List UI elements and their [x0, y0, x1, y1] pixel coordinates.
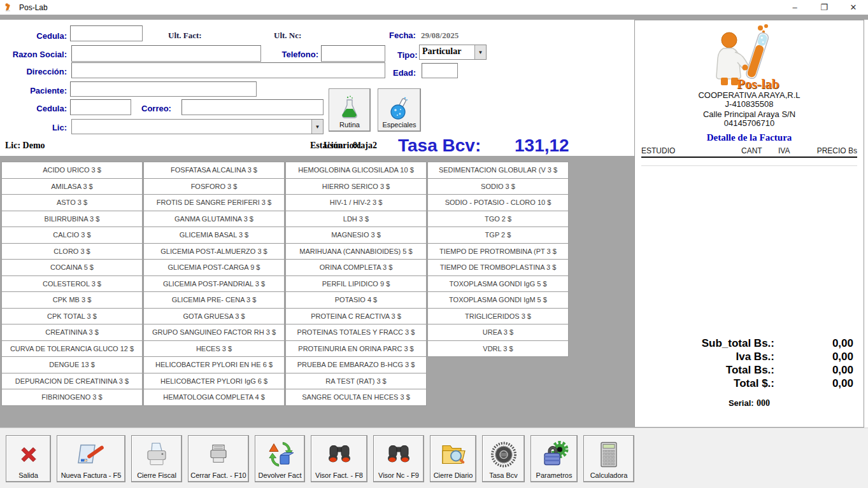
test-cell[interactable]: HELICOBACTER PYLORI IgG 6 $ [143, 373, 285, 390]
test-cell[interactable]: CLORO 3 $ [1, 243, 143, 260]
test-cell[interactable]: ACIDO URICO 3 $ [1, 162, 143, 179]
paciente-input[interactable] [70, 81, 257, 97]
cierre-diario-button[interactable]: Cierre Diario [430, 435, 476, 482]
test-cell[interactable]: CALCIO 3 $ [1, 227, 143, 244]
test-cell[interactable]: SEDIMENTACION GLOBULAR (V 3 $ [427, 162, 569, 179]
test-cell[interactable]: PROTEINAS TOTALES Y FRACC 3 $ [285, 324, 427, 341]
chevron-down-icon[interactable]: ▼ [474, 45, 486, 59]
total-usd-value: 0,00 [832, 377, 853, 390]
cierre-diario-label: Cierre Diario [434, 471, 473, 479]
test-cell[interactable]: GRUPO SANGUINEO FACTOR RH 3 $ [143, 324, 285, 341]
test-cell[interactable]: CREATININA 3 $ [1, 324, 143, 341]
test-cell[interactable]: FROTIS DE SANGRE PERIFERI 3 $ [143, 194, 285, 211]
test-cell[interactable]: PRUEBA DE EMBARAZO B-HCG 3 $ [285, 356, 427, 373]
cierre-fiscal-label: Cierre Fiscal [137, 471, 176, 479]
cierre-fiscal-button[interactable]: Cierre Fiscal [131, 435, 182, 482]
ult-fact-label: Ult. Fact: [168, 31, 202, 41]
test-cell[interactable]: HIV-1 / HIV-2 3 $ [285, 194, 427, 211]
test-cell[interactable]: PROTEINA C REACTIVA 3 $ [285, 308, 427, 325]
test-cell[interactable]: GLICEMIA POST-CARGA 9 $ [143, 259, 285, 276]
cedula-input[interactable] [70, 25, 143, 41]
direccion-input[interactable] [71, 62, 385, 78]
cedula-paciente-input[interactable] [70, 99, 131, 115]
calculadora-button[interactable]: Calculadora [583, 435, 634, 482]
rutina-button[interactable]: Rutina [329, 88, 371, 132]
test-cell[interactable]: DEPURACION DE CREATININA 3 $ [1, 373, 143, 390]
test-cell[interactable]: LDH 3 $ [285, 211, 427, 228]
test-cell[interactable]: FOSFORO 3 $ [143, 178, 285, 195]
test-cell[interactable]: FIBRINOGENO 3 $ [1, 389, 143, 406]
round-flask-icon [388, 95, 411, 121]
calculadora-label: Calculadora [590, 471, 628, 479]
test-cell[interactable]: POTASIO 4 $ [285, 291, 427, 309]
test-cell[interactable]: TGP 2 $ [427, 227, 569, 244]
test-cell[interactable]: GLICEMIA PRE- CENA 3 $ [143, 291, 285, 309]
test-cell[interactable]: HEMOGLOBINA GLICOSILADA 10 $ [285, 162, 427, 179]
estacion-label: Estación: [310, 141, 346, 151]
test-cell[interactable]: SANGRE OCULTA EN HECES 3 $ [285, 389, 427, 406]
test-cell[interactable]: GOTA GRUESA 3 $ [143, 308, 285, 325]
test-cell[interactable]: HEMATOLOGIA COMPLETA 4 $ [143, 389, 285, 406]
telefono-input[interactable] [321, 45, 385, 62]
test-cell[interactable]: TIEMPO DE TROMBOPLASTINA 3 $ [427, 259, 569, 276]
test-cell[interactable]: PERFIL LIPIDICO 9 $ [285, 275, 427, 293]
test-cell[interactable]: BILIRRUBINA 3 $ [1, 211, 143, 228]
parametros-button[interactable]: Parametros [530, 435, 578, 482]
visor-fact-button[interactable]: Visor Fact. - F8 [311, 435, 367, 482]
test-cell[interactable]: COLESTEROL 3 $ [1, 275, 143, 293]
test-cell[interactable]: DENGUE 13 $ [1, 356, 143, 373]
tasa-bcv-button[interactable]: Tasa Bcv [482, 435, 525, 482]
test-cell[interactable]: GLICEMIA BASAL 3 $ [143, 227, 285, 244]
razon-social-input[interactable] [71, 45, 261, 62]
subtotal-value: 0,00 [832, 337, 853, 350]
tipo-select[interactable]: Particular ▼ [419, 45, 487, 60]
test-cell[interactable]: FOSFATASA ALCALINA 3 $ [143, 162, 285, 179]
test-cell[interactable]: COCAINA 5 $ [1, 259, 143, 276]
chevron-down-icon[interactable]: ▼ [311, 120, 323, 134]
edad-input[interactable] [422, 63, 458, 78]
test-cell[interactable]: TIEMPO DE PROTROMBINA (PT 3 $ [427, 243, 569, 260]
test-cell[interactable]: SODIO - POTASIO - CLORO 10 $ [427, 194, 569, 211]
minimize-button[interactable]: – [780, 0, 809, 15]
test-cell[interactable]: HIERRO SERICO 3 $ [285, 178, 427, 195]
test-cell[interactable]: CPK MB 3 $ [1, 291, 143, 309]
test-cell[interactable]: CPK TOTAL 3 $ [1, 308, 143, 325]
test-cell[interactable]: GLICEMIA POST-ALMUERZO 3 $ [143, 243, 285, 260]
test-cell[interactable]: MARIHUANA (CANNABIOIDES) 5 $ [285, 243, 427, 260]
test-cell[interactable]: VDRL 3 $ [427, 340, 569, 358]
test-cell[interactable]: ASTO 3 $ [1, 194, 143, 211]
test-cell[interactable]: PROTEINURIA EN ORINA PARC 3 $ [285, 340, 427, 358]
test-cell[interactable]: GANMA GLUTAMINA 3 $ [143, 211, 285, 228]
test-cell[interactable]: TOXOPLASMA GONDI IgG 5 $ [427, 275, 569, 293]
nueva-factura-label: Nueva Factura - F5 [61, 471, 122, 479]
test-cell[interactable]: HELICOBACTER PYLORI EN HE 6 $ [143, 356, 285, 373]
especiales-button[interactable]: Especiales [378, 88, 421, 132]
test-cell[interactable]: RA TEST (RAT) 3 $ [285, 373, 427, 390]
devolver-fact-button[interactable]: Devolver Fact [255, 435, 305, 482]
close-button[interactable]: ✕ [839, 0, 868, 15]
nueva-factura-button[interactable]: Nueva Factura - F5 [57, 435, 125, 482]
test-cell[interactable]: TRIGLICERIDOS 3 $ [427, 308, 569, 325]
test-cell[interactable]: ORINA COMPLETA 3 $ [285, 259, 427, 276]
devolver-fact-label: Devolver Fact [259, 471, 302, 479]
lic-select[interactable]: ▼ [71, 119, 324, 134]
restore-button[interactable]: ❐ [809, 0, 839, 15]
test-cell[interactable]: MAGNESIO 3 $ [285, 227, 427, 244]
test-cell[interactable]: GLICEMIA POST-PANDRIAL 3 $ [143, 275, 285, 293]
company-address: Calle Principal Araya S/N [635, 109, 864, 119]
cerrar-fact-button[interactable]: Cerrar Fact. - F10 [188, 435, 249, 482]
test-cell[interactable]: AMILASA 3 $ [1, 178, 143, 195]
correo-input[interactable] [181, 99, 324, 115]
total-bs-row: Total Bs.: 0,00 [635, 364, 864, 378]
test-cell[interactable]: TGO 2 $ [427, 211, 569, 228]
iva-row: Iva Bs.: 0,00 [635, 351, 864, 365]
subtotal-row: Sub_total Bs.: 0,00 [635, 337, 864, 351]
salida-button[interactable]: Salida [6, 435, 51, 482]
test-cell[interactable]: SODIO 3 $ [427, 178, 569, 195]
test-cell[interactable]: HECES 3 $ [143, 340, 285, 358]
test-cell[interactable]: UREA 3 $ [427, 324, 569, 341]
tests-column-2: FOSFATASA ALCALINA 3 $FOSFORO 3 $FROTIS … [143, 162, 285, 406]
test-cell[interactable]: CURVA DE TOLERANCIA GLUCO 12 $ [1, 340, 143, 358]
test-cell[interactable]: TOXOPLASMA GONDI IgM 5 $ [427, 291, 569, 309]
visor-nc-button[interactable]: Visor Nc - F9 [373, 435, 424, 482]
